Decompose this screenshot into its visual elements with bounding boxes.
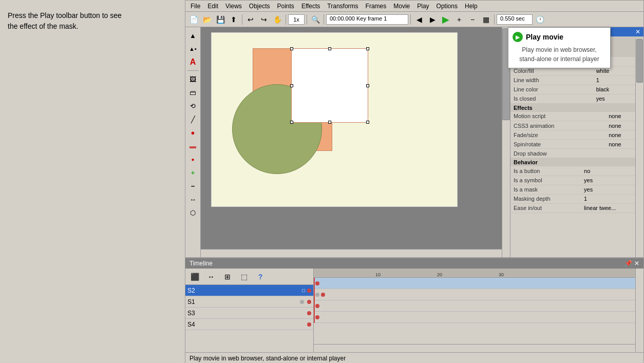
behavior-section-header: Behavior <box>510 158 643 166</box>
menu-points[interactable]: Points <box>274 2 297 11</box>
layer-s4-name: S4 <box>187 321 305 328</box>
layer-s3[interactable]: S3 <box>185 308 313 319</box>
timeline-vscroll[interactable] <box>635 269 643 352</box>
close-icon[interactable]: ✕ <box>635 28 640 35</box>
divider3 <box>307 14 307 25</box>
ruler-mark-10: 10 <box>375 272 381 277</box>
frame-dot-s1 <box>315 293 319 297</box>
timeline-hscroll[interactable] <box>314 344 635 352</box>
play-dropdown-title: ▶ Play movie <box>513 32 606 42</box>
app-window: File Edit Views Objects Points Effects T… <box>185 0 644 363</box>
tl-move-button[interactable]: ↔ <box>204 270 218 283</box>
circle-tool[interactable]: ● <box>187 126 199 139</box>
menu-objects[interactable]: Objects <box>246 2 273 11</box>
next-frame-button[interactable]: ▶ <box>426 13 439 26</box>
menu-play[interactable]: Play <box>414 2 432 11</box>
prop-row-isabutton: Is a button no <box>510 166 643 176</box>
open-button[interactable]: 📂 <box>201 13 213 26</box>
divider6 <box>494 14 495 25</box>
add-tool[interactable]: + <box>187 166 199 179</box>
options-button[interactable]: ▦ <box>480 13 492 26</box>
right-vertical-scrollbar[interactable] <box>635 39 643 255</box>
frame-dot-s2 <box>315 281 319 285</box>
layer-s4[interactable]: S4 <box>185 319 313 330</box>
menu-edit[interactable]: Edit <box>204 2 221 11</box>
zoom-input[interactable] <box>288 14 305 25</box>
rect-tool[interactable]: ▬ <box>187 140 199 152</box>
handle-bm <box>328 121 331 124</box>
status-bar: Play movie in web browser, stand-alone o… <box>185 352 643 363</box>
eraser-tool[interactable]: ⬡ <box>187 206 199 219</box>
subselect-tool[interactable]: ▲▪ <box>187 43 199 55</box>
effects-table: Motion script none CSS3 animation none F… <box>510 112 643 159</box>
duration-display: 0.550 sec <box>497 14 533 25</box>
tool-divider1 <box>187 70 199 71</box>
layer-s1-dot <box>300 300 304 304</box>
transform-tool[interactable]: ⟲ <box>187 100 199 112</box>
prop-label-isclosed: Is closed <box>510 94 593 103</box>
tl-layer-options-button[interactable]: ⬚ <box>237 270 251 283</box>
text-tool[interactable]: A <box>187 56 199 68</box>
select-tool[interactable]: ▲ <box>187 29 199 42</box>
timeline-close-icon[interactable]: ✕ <box>634 260 639 267</box>
play-button[interactable]: ▶ <box>440 13 452 26</box>
instruction-text: Press the Play toolbar button to see the… <box>0 0 185 42</box>
divider2 <box>286 14 286 25</box>
menu-effects[interactable]: Effects <box>298 2 323 11</box>
handle-tl <box>290 47 293 50</box>
tl-help-button[interactable]: ? <box>253 270 268 283</box>
circle2-tool[interactable]: ● <box>187 153 199 165</box>
horizontal-scrollbar[interactable] <box>201 249 502 257</box>
menu-options[interactable]: Options <box>433 2 461 11</box>
divider4 <box>324 14 324 25</box>
menu-views[interactable]: Views <box>222 2 245 11</box>
remove-keyframe-button[interactable]: − <box>466 13 479 26</box>
menu-help[interactable]: Help <box>462 2 481 11</box>
prop-row-spinrotate: Spin/rotate none <box>510 140 643 149</box>
frame-dot-s1b <box>321 293 325 297</box>
layer-s3-name: S3 <box>187 310 305 317</box>
time-display: 00:00.000 Key frame 1 <box>326 14 408 25</box>
timeline-layers: S2 □ S1 S3 S4 <box>185 285 313 330</box>
redo-button[interactable]: ↪ <box>258 13 270 26</box>
save-button[interactable]: 💾 <box>214 13 226 26</box>
tl-add-layer-button[interactable]: ⊞ <box>220 270 235 283</box>
arrow-tool[interactable]: ↔ <box>187 193 199 205</box>
menu-transforms[interactable]: Transforms <box>324 2 361 11</box>
export-button[interactable]: ⬆ <box>228 13 240 26</box>
canvas-area[interactable] <box>201 27 510 257</box>
handle-ml <box>290 84 293 87</box>
new-button[interactable]: 📄 <box>187 13 200 26</box>
image2-tool[interactable]: 🗃 <box>187 86 199 99</box>
behavior-table: Is a button no Is a symbol yes Is a mask… <box>510 166 643 213</box>
layer-s1[interactable]: S1 <box>185 296 313 308</box>
prev-frame-button[interactable]: ◀ <box>413 13 425 26</box>
tl-add-frame-button[interactable]: ⬛ <box>187 270 202 283</box>
menu-file[interactable]: File <box>187 2 203 11</box>
divider1 <box>242 14 242 25</box>
pan-button[interactable]: ✋ <box>271 13 283 26</box>
layer-s2[interactable]: S2 □ <box>185 285 313 296</box>
line-tool[interactable]: ╱ <box>187 113 199 125</box>
layer-s2-dot <box>307 289 311 293</box>
prop-row-dropshadow: Drop shadow <box>510 149 643 158</box>
menu-movie[interactable]: Movie <box>390 2 413 11</box>
image-tool[interactable]: 🖼 <box>187 73 199 85</box>
zoom-in-button[interactable]: 🔍 <box>309 13 321 26</box>
menu-frames[interactable]: Frames <box>363 2 390 11</box>
tools-panel: ▲ ▲▪ A 🖼 🗃 ⟲ ╱ ● ▬ ● + − ↔ ⬡ <box>185 27 201 257</box>
handle-tr <box>366 47 369 50</box>
frame-row-s2 <box>314 278 643 289</box>
handle-br <box>366 121 369 124</box>
clock-button[interactable]: 🕐 <box>534 13 546 26</box>
menubar: File Edit Views Objects Points Effects T… <box>185 1 643 12</box>
layer-s1-name: S1 <box>187 298 298 305</box>
minus-tool[interactable]: − <box>187 180 199 192</box>
prop-row-isamask: Is a mask yes <box>510 185 643 194</box>
frame-dot-s4 <box>315 315 319 319</box>
toolbar: 📄 📂 💾 ⬆ ↩ ↪ ✋ 🔍 00:00.000 Key frame 1 ◀ … <box>185 12 643 27</box>
shape-white-rect <box>291 48 368 123</box>
undo-button[interactable]: ↩ <box>244 13 257 26</box>
add-keyframe-button[interactable]: + <box>453 13 465 26</box>
timeline-pin-icon[interactable]: 📌 <box>624 260 632 267</box>
